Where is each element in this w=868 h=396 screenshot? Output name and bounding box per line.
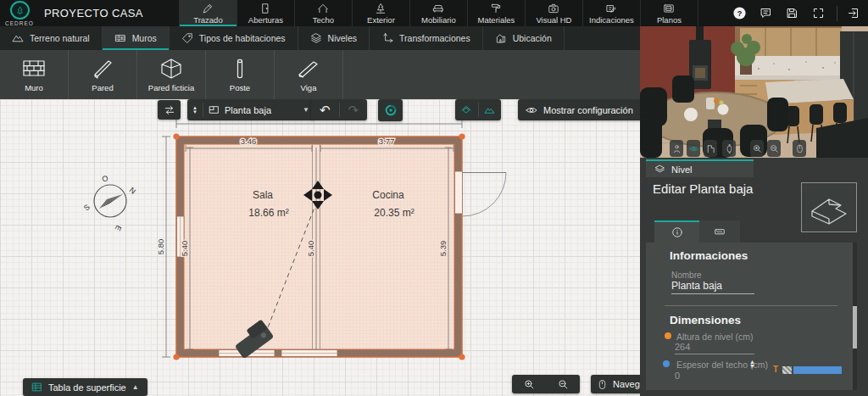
subtab-ubicacion[interactable]: Ubicación	[483, 26, 565, 50]
3d-kitchen-scene	[640, 26, 868, 158]
tab-planos[interactable]: Planos	[641, 0, 698, 26]
level-thumbnail[interactable]	[801, 182, 857, 232]
tree-icon	[15, 6, 25, 15]
baseboard-icon	[714, 226, 726, 237]
info-tab[interactable]	[654, 220, 699, 243]
tool-pared-ficticia[interactable]: Pared ficticia	[137, 50, 206, 99]
help-button[interactable]: ?	[732, 6, 747, 21]
tool-muro[interactable]: Muro	[0, 50, 69, 99]
subtab-terreno-natural[interactable]: Terreno natural	[0, 26, 103, 50]
fullscreen-button[interactable]	[810, 6, 826, 21]
subtab-label: Niveles	[328, 33, 357, 43]
subtab-transformaciones[interactable]: Transformaciones	[370, 26, 483, 50]
undo-button[interactable]: ↶	[311, 103, 339, 118]
tool-poste[interactable]: Poste	[206, 50, 275, 99]
subtab-niveles[interactable]: Niveles	[298, 26, 370, 50]
dim-right-width: 3.77	[379, 137, 395, 146]
tab-indicaciones[interactable]: Indicaciones	[583, 0, 641, 26]
floor-selector[interactable]: ▲▼ Planta baja ▼	[187, 99, 314, 120]
tab-trazado[interactable]: Trazado	[179, 0, 237, 26]
info-heading: Informaciones	[670, 249, 748, 262]
mouse-drag-button[interactable]	[722, 140, 736, 157]
tab-techo[interactable]: Techo	[295, 0, 353, 26]
color-bar[interactable]	[793, 366, 842, 374]
baseboard-tab[interactable]	[699, 220, 740, 243]
scrollbar-thumb[interactable]	[853, 306, 857, 349]
orbit-view-button[interactable]	[687, 140, 700, 157]
exit-button[interactable]	[837, 6, 860, 21]
move-axis-icon	[381, 32, 393, 44]
nivel-tab[interactable]: Nivel	[646, 159, 754, 177]
terrain-view-icon	[484, 104, 496, 116]
preview-zoom-out-button[interactable]	[767, 140, 781, 157]
tab-aberturas[interactable]: Aberturas	[237, 0, 295, 26]
room-name-cocina[interactable]: Cocina	[372, 189, 404, 201]
ceiling-input[interactable]	[675, 371, 754, 382]
app-logo[interactable]: CEDREO	[0, 0, 39, 26]
navigate-label: Navegar	[613, 379, 640, 389]
view-toggle-group	[455, 99, 501, 120]
tab-materiales[interactable]: Materiales	[468, 0, 526, 26]
texture-swatch[interactable]	[782, 366, 792, 374]
name-input[interactable]	[671, 280, 754, 294]
redo-button[interactable]: ↷	[340, 103, 368, 118]
terrain-view-button[interactable]	[479, 104, 502, 116]
paint-mode-button[interactable]	[378, 99, 403, 121]
person-icon	[672, 144, 682, 153]
zoom-out-button[interactable]	[546, 379, 580, 390]
compass-n: N	[128, 186, 137, 196]
roof-icon	[317, 3, 329, 14]
tool-viga[interactable]: Viga	[275, 50, 343, 99]
room-area-sala[interactable]: 18.66 m²	[248, 207, 288, 219]
roof-view-button[interactable]	[455, 104, 478, 116]
tab-label: Exterior	[367, 15, 395, 25]
show-config-button[interactable]: Mostrar configuración ▼	[518, 99, 640, 120]
swap-view-button[interactable]	[158, 100, 181, 120]
subtab-label: Terreno natural	[30, 33, 90, 43]
room-floor[interactable]	[184, 144, 454, 349]
room-name-sala[interactable]: Sala	[253, 189, 273, 201]
preview-mouse-button[interactable]	[793, 140, 806, 157]
panel-scrollbar[interactable]	[853, 243, 857, 390]
value-stepper[interactable]: ▲▼	[749, 360, 755, 368]
plan-canvas[interactable]: 7.63 3.46 3.77 5.80 5.40 5.40 5.39 Sala …	[0, 99, 640, 396]
dim-right-height: 5.39	[438, 241, 448, 257]
subtab-tipos-habitaciones[interactable]: Tipos de habitaciones	[170, 26, 298, 50]
tool-pared[interactable]: Pared	[69, 50, 137, 99]
room-area-cocina[interactable]: 20.35 m²	[374, 207, 414, 219]
zoom-in-button[interactable]	[512, 379, 546, 390]
camera-icon	[548, 3, 559, 14]
navigate-button[interactable]: Navegar ▲	[591, 375, 640, 393]
sub-nav: Terreno natural Muros Tipos de habitacio…	[0, 26, 640, 50]
floor-spinner[interactable]: ▲▼	[192, 106, 198, 114]
zoom-controls	[512, 375, 580, 393]
top-bar: CEDREO PROYECTO CASA Trazado Aberturas T…	[0, 0, 868, 26]
nivel-tab-label: Nivel	[671, 165, 692, 175]
poste-icon	[225, 57, 254, 81]
dims-heading: Dimensiones	[670, 314, 741, 326]
level-height-input[interactable]	[675, 342, 754, 354]
terrain-icon	[12, 32, 24, 44]
tab-mobiliario[interactable]: Mobiliario	[410, 0, 468, 26]
surface-table-button[interactable]: Tabla de superficie ▲	[23, 378, 147, 396]
door-swing[interactable]	[463, 173, 507, 217]
subtab-muros[interactable]: Muros	[103, 26, 170, 50]
eye-icon	[526, 104, 537, 116]
subtab-label: Transformaciones	[399, 33, 470, 43]
preview-zoom-in-button[interactable]	[750, 140, 764, 157]
tab-visual-hd[interactable]: Visual HD	[526, 0, 583, 26]
save-button[interactable]	[784, 6, 799, 21]
door-opening[interactable]	[455, 171, 463, 214]
elevation-view-button[interactable]	[704, 140, 717, 157]
feedback-button[interactable]	[758, 6, 773, 21]
person-view-button[interactable]	[670, 140, 683, 157]
floor-plan[interactable]: 7.63 3.46 3.77 5.80 5.40 5.40 5.39 Sala …	[0, 99, 640, 396]
divider	[665, 305, 837, 306]
tab-exterior[interactable]: Exterior	[353, 0, 410, 26]
door-icon	[259, 3, 271, 14]
tab-label: Aberturas	[248, 15, 283, 25]
panel-title: Editar Planta baja	[653, 181, 753, 196]
main-tabs: Trazado Aberturas Techo Exterior Mobilia…	[179, 0, 698, 26]
3d-preview-viewport[interactable]	[640, 26, 868, 158]
name-label: Nombre	[671, 271, 702, 280]
